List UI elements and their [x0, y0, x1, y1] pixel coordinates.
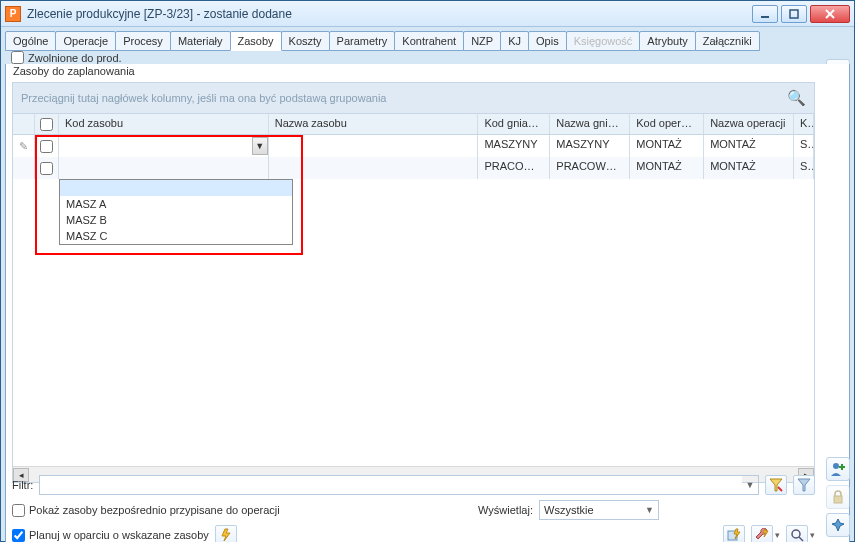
plan-bolt-icon — [727, 528, 741, 542]
tab-opis[interactable]: Opis — [528, 31, 567, 51]
planuj-wrapper[interactable]: Planuj w oparciu o wskazane zasoby — [12, 529, 209, 542]
pokaz-bezposrednio-checkbox[interactable] — [12, 504, 25, 517]
pokaz-bezposrednio-wrapper[interactable]: Pokaż zasoby bezpośrednio przypisane do … — [12, 504, 280, 517]
col-nazwa-operacji[interactable]: Nazwa operacji — [704, 114, 794, 134]
cell-kod-operacji: MONTAŻ — [630, 135, 704, 157]
titlebar: P Zlecenie produkcyjne [ZP-3/23] - zosta… — [1, 1, 854, 27]
col-nazwa-gniazda[interactable]: Nazwa gniazda — [550, 114, 630, 134]
svg-rect-21 — [834, 496, 842, 503]
filter-button[interactable] — [793, 475, 815, 495]
dropdown-option[interactable]: MASZ B — [60, 212, 292, 228]
cell-kod-operacji: MONTAŻ — [630, 157, 704, 179]
person-button[interactable] — [826, 457, 850, 481]
filter-dropdown-button[interactable]: ▼ — [742, 480, 758, 490]
close-button[interactable] — [810, 5, 850, 23]
col-nazwa-zasobu[interactable]: Nazwa zasobu — [269, 114, 479, 134]
table-row[interactable]: PRACOW… PRACOWNICY MONTAŻ MONTAŻ ST — [13, 157, 814, 179]
wyswietlaj-value: Wszystkie — [544, 504, 594, 516]
kod-zasobu-dropdown[interactable]: MASZ A MASZ B MASZ C — [59, 179, 293, 245]
pin-icon — [831, 518, 845, 532]
minimize-icon — [760, 9, 770, 19]
cell-kod-gniazda: MASZYNY — [478, 135, 550, 157]
tab-parametry[interactable]: Parametry — [329, 31, 396, 51]
content-panel: Zasoby do zaplanowania Przeciągnij tutaj… — [5, 64, 850, 542]
cell-nazwa-zasobu — [269, 135, 479, 157]
tab-ksiegowosc: Księgowość — [566, 31, 641, 51]
col-header-checkbox[interactable] — [35, 114, 59, 134]
svg-point-16 — [792, 530, 800, 538]
col-kod-zasobu[interactable]: Kod zasobu — [59, 114, 269, 134]
zwolnione-checkbox[interactable] — [11, 51, 24, 64]
pokaz-bezposrednio-label: Pokaż zasoby bezpośrednio przypisane do … — [29, 504, 280, 516]
maximize-button[interactable] — [781, 5, 807, 23]
pin-button[interactable] — [826, 513, 850, 537]
wyswietlaj-select[interactable]: Wszystkie ▼ — [539, 500, 659, 520]
cell-nazwa-gniazda: PRACOWNICY — [550, 157, 630, 179]
col-kod-operacji[interactable]: Kod operacji — [630, 114, 704, 134]
filter-label: Filtr: — [12, 479, 33, 491]
tab-materialy[interactable]: Materiały — [170, 31, 231, 51]
col-kod-gniazda[interactable]: Kod gniazda — [478, 114, 550, 134]
tab-koszty[interactable]: Koszty — [281, 31, 330, 51]
filter-edit-button[interactable] — [765, 475, 787, 495]
dropdown-option[interactable]: MASZ A — [60, 196, 292, 212]
minimize-button[interactable] — [752, 5, 778, 23]
grid-header: Kod zasobu Nazwa zasobu Kod gniazda Nazw… — [13, 113, 814, 135]
svg-marker-11 — [798, 479, 810, 491]
lock-button — [826, 485, 850, 509]
tab-atrybuty[interactable]: Atrybuty — [639, 31, 695, 51]
plan-bolt-button[interactable] — [723, 525, 745, 542]
zwolnione-label: Zwolnione do prod. — [28, 52, 122, 64]
cell-kod-zasobu — [59, 157, 269, 179]
search-icon[interactable]: 🔍 — [787, 89, 806, 107]
window-title: Zlecenie produkcyjne [ZP-3/23] - zostani… — [27, 7, 752, 21]
svg-line-10 — [778, 487, 782, 491]
bottom-panel: Filtr: ▼ Pokaż zasoby bezpośrednio przyp… — [12, 475, 815, 542]
app-icon: P — [5, 6, 21, 22]
cell-nazwa-operacji: MONTAŻ — [704, 157, 794, 179]
funnel-edit-icon — [769, 478, 783, 492]
kod-zasobu-input[interactable] — [61, 137, 252, 155]
tab-nzp[interactable]: NZP — [463, 31, 501, 51]
kod-zasobu-combo[interactable]: ▼ — [61, 135, 268, 157]
cell-last: ST — [794, 135, 814, 157]
tab-ogolne[interactable]: Ogólne — [5, 31, 56, 51]
tab-zasoby[interactable]: Zasoby — [230, 31, 282, 51]
svg-line-17 — [799, 537, 803, 541]
wrench-bolt-button[interactable] — [751, 525, 773, 542]
lock-icon — [831, 490, 845, 504]
table-row[interactable]: ✎ ▼ MASZYNY MASZYNY MONTAŻ MONTAŻ ST — [13, 135, 814, 157]
col-last[interactable]: Ko — [794, 114, 814, 134]
bolt-button[interactable] — [215, 525, 237, 542]
funnel-icon — [797, 478, 811, 492]
dropdown-arrow-icon[interactable]: ▾ — [775, 530, 780, 540]
grid: Przeciągnij tutaj nagłówek kolumny, jeśl… — [12, 82, 815, 483]
group-drop-hint: Przeciągnij tutaj nagłówek kolumny, jeśl… — [21, 92, 386, 104]
person-plus-icon — [830, 461, 846, 477]
svg-point-18 — [833, 463, 839, 469]
planuj-checkbox[interactable] — [12, 529, 25, 542]
dropdown-arrow-icon[interactable]: ▾ — [810, 530, 815, 540]
planuj-label: Planuj w oparciu o wskazane zasoby — [29, 529, 209, 541]
filter-input[interactable] — [40, 476, 742, 494]
row-indicator — [13, 157, 35, 179]
zoom-button[interactable] — [786, 525, 808, 542]
bolt-icon — [219, 528, 233, 542]
maximize-icon — [789, 9, 799, 19]
header-checkbox[interactable] — [40, 118, 53, 131]
row-checkbox[interactable] — [40, 140, 53, 153]
tab-operacje[interactable]: Operacje — [55, 31, 116, 51]
tab-kontrahent[interactable]: Kontrahent — [394, 31, 464, 51]
cell-nazwa-zasobu — [269, 157, 479, 179]
cell-kod-gniazda: PRACOW… — [478, 157, 550, 179]
group-drop-zone[interactable]: Przeciągnij tutaj nagłówek kolumny, jeśl… — [13, 83, 814, 113]
grid-body: ✎ ▼ MASZYNY MASZYNY MONTAŻ MONTAŻ ST — [13, 135, 814, 466]
zwolnione-checkbox-wrapper[interactable]: Zwolnione do prod. — [11, 51, 122, 64]
combo-dropdown-button[interactable]: ▼ — [252, 137, 268, 155]
row-checkbox[interactable] — [40, 162, 53, 175]
tab-zalaczniki[interactable]: Załączniki — [695, 31, 760, 51]
dropdown-option[interactable]: MASZ C — [60, 228, 292, 244]
tab-kj[interactable]: KJ — [500, 31, 529, 51]
tab-procesy[interactable]: Procesy — [115, 31, 171, 51]
dropdown-blank-option[interactable] — [60, 180, 292, 196]
